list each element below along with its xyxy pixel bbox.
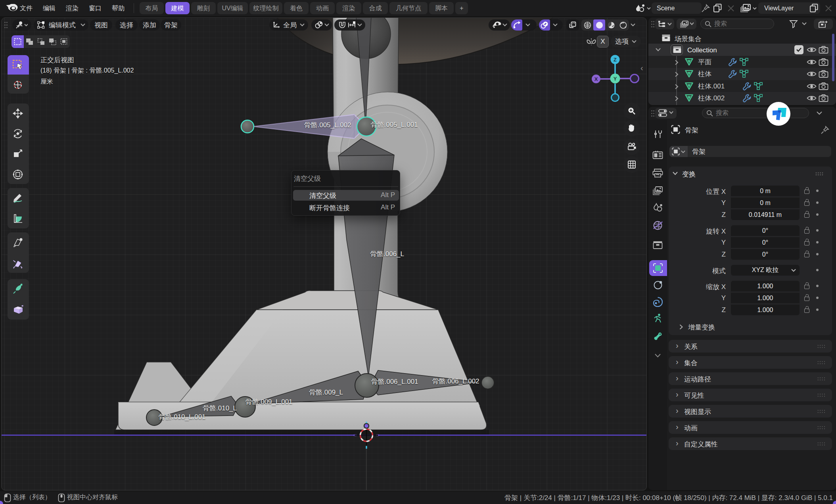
svg-text:X: X xyxy=(594,76,598,82)
svg-text:Z: Z xyxy=(614,57,617,63)
svg-text:Y: Y xyxy=(614,76,617,82)
